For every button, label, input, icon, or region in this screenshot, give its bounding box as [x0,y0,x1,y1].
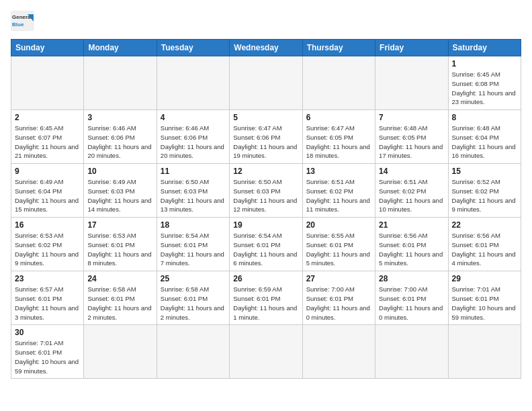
day-info: Sunrise: 6:48 AMSunset: 6:04 PMDaylight:… [452,124,517,161]
svg-text:Blue: Blue [12,21,24,28]
day-info: Sunrise: 7:01 AMSunset: 6:01 PMDaylight:… [15,338,80,375]
day-info: Sunrise: 6:47 AMSunset: 6:05 PMDaylight:… [306,124,371,161]
logo: General Blue [11,11,35,31]
calendar-day-cell: 16Sunrise: 6:53 AMSunset: 6:02 PMDayligh… [11,218,84,271]
day-number: 6 [306,113,371,122]
calendar-day-cell [302,56,375,110]
day-number: 11 [161,167,226,176]
calendar-week-row: 30Sunrise: 7:01 AMSunset: 6:01 PMDayligh… [11,325,521,379]
day-info: Sunrise: 6:55 AMSunset: 6:01 PMDaylight:… [306,231,371,268]
calendar-day-cell [84,56,157,110]
day-number: 15 [452,167,517,176]
day-number: 4 [161,113,226,122]
day-info: Sunrise: 6:46 AMSunset: 6:06 PMDaylight:… [161,124,226,161]
calendar-day-cell: 14Sunrise: 6:51 AMSunset: 6:02 PMDayligh… [375,164,448,218]
day-number: 27 [306,274,371,283]
day-of-week-header: Friday [375,40,448,56]
calendar-day-cell: 26Sunrise: 6:59 AMSunset: 6:01 PMDayligh… [230,271,302,325]
day-info: Sunrise: 7:00 AMSunset: 6:01 PMDaylight:… [379,285,444,322]
day-number: 5 [233,113,298,122]
calendar-day-cell [157,56,229,110]
day-number: 18 [161,220,226,230]
calendar-day-cell: 24Sunrise: 6:58 AMSunset: 6:01 PMDayligh… [84,271,157,325]
day-info: Sunrise: 6:53 AMSunset: 6:02 PMDaylight:… [15,231,80,268]
day-info: Sunrise: 6:54 AMSunset: 6:01 PMDaylight:… [161,231,226,268]
day-info: Sunrise: 6:51 AMSunset: 6:02 PMDaylight:… [306,177,371,214]
calendar-week-row: 2Sunrise: 6:45 AMSunset: 6:07 PMDaylight… [11,110,521,164]
day-number: 9 [15,167,80,176]
day-number: 29 [452,274,517,283]
day-number: 19 [233,220,298,230]
calendar-day-cell: 13Sunrise: 6:51 AMSunset: 6:02 PMDayligh… [302,164,375,218]
calendar-day-cell: 21Sunrise: 6:56 AMSunset: 6:01 PMDayligh… [375,218,448,271]
calendar-day-cell [302,325,375,379]
day-info: Sunrise: 6:56 AMSunset: 6:01 PMDaylight:… [379,231,444,268]
calendar-day-cell: 11Sunrise: 6:50 AMSunset: 6:03 PMDayligh… [157,164,229,218]
calendar-day-cell [448,325,521,379]
day-info: Sunrise: 6:47 AMSunset: 6:06 PMDaylight:… [233,124,298,161]
day-info: Sunrise: 6:51 AMSunset: 6:02 PMDaylight:… [379,177,444,214]
calendar-day-cell [84,325,157,379]
day-number: 22 [452,220,517,230]
calendar-day-cell [157,325,229,379]
day-of-week-header: Monday [84,40,157,56]
day-info: Sunrise: 6:59 AMSunset: 6:01 PMDaylight:… [233,285,298,322]
calendar-day-cell [375,325,448,379]
day-number: 10 [87,167,152,176]
calendar-day-cell: 18Sunrise: 6:54 AMSunset: 6:01 PMDayligh… [157,218,229,271]
calendar-table: SundayMondayTuesdayWednesdayThursdayFrid… [11,39,521,379]
calendar-day-cell: 10Sunrise: 6:49 AMSunset: 6:03 PMDayligh… [84,164,157,218]
day-number: 8 [452,113,517,122]
calendar-day-cell: 6Sunrise: 6:47 AMSunset: 6:05 PMDaylight… [302,110,375,164]
calendar-day-cell [375,56,448,110]
day-info: Sunrise: 6:50 AMSunset: 6:03 PMDaylight:… [161,177,226,214]
day-number: 1 [452,59,517,68]
calendar-day-cell: 1Sunrise: 6:45 AMSunset: 6:08 PMDaylight… [448,56,521,110]
day-info: Sunrise: 6:58 AMSunset: 6:01 PMDaylight:… [87,285,152,322]
day-number: 3 [87,113,152,122]
day-info: Sunrise: 6:49 AMSunset: 6:03 PMDaylight:… [87,177,152,214]
calendar-day-cell: 20Sunrise: 6:55 AMSunset: 6:01 PMDayligh… [302,218,375,271]
day-of-week-header: Tuesday [157,40,229,56]
day-number: 28 [379,274,444,283]
day-of-week-header: Thursday [302,40,375,56]
calendar-day-cell: 29Sunrise: 7:01 AMSunset: 6:01 PMDayligh… [448,271,521,325]
calendar-week-row: 23Sunrise: 6:57 AMSunset: 6:01 PMDayligh… [11,271,521,325]
calendar-day-cell [11,56,84,110]
day-number: 21 [379,220,444,230]
calendar-header-row: SundayMondayTuesdayWednesdayThursdayFrid… [11,40,521,56]
day-of-week-header: Sunday [11,40,84,56]
day-info: Sunrise: 6:54 AMSunset: 6:01 PMDaylight:… [233,231,298,268]
day-info: Sunrise: 6:53 AMSunset: 6:01 PMDaylight:… [87,231,152,268]
calendar-day-cell: 27Sunrise: 7:00 AMSunset: 6:01 PMDayligh… [302,271,375,325]
day-number: 26 [233,274,298,283]
day-number: 16 [15,220,80,230]
day-number: 30 [15,328,80,337]
day-info: Sunrise: 6:46 AMSunset: 6:06 PMDaylight:… [87,124,152,161]
calendar-day-cell [230,325,302,379]
day-info: Sunrise: 6:45 AMSunset: 6:07 PMDaylight:… [15,124,80,161]
day-number: 7 [379,113,444,122]
calendar-day-cell: 5Sunrise: 6:47 AMSunset: 6:06 PMDaylight… [230,110,302,164]
day-info: Sunrise: 6:49 AMSunset: 6:04 PMDaylight:… [15,177,80,214]
calendar-day-cell [230,56,302,110]
day-number: 25 [161,274,226,283]
day-number: 24 [87,274,152,283]
day-info: Sunrise: 7:00 AMSunset: 6:01 PMDaylight:… [306,285,371,322]
day-number: 13 [306,167,371,176]
calendar-week-row: 1Sunrise: 6:45 AMSunset: 6:08 PMDaylight… [11,56,521,110]
day-number: 20 [306,220,371,230]
calendar-day-cell: 19Sunrise: 6:54 AMSunset: 6:01 PMDayligh… [230,218,302,271]
calendar-day-cell: 3Sunrise: 6:46 AMSunset: 6:06 PMDaylight… [84,110,157,164]
calendar-week-row: 9Sunrise: 6:49 AMSunset: 6:04 PMDaylight… [11,164,521,218]
calendar-day-cell: 8Sunrise: 6:48 AMSunset: 6:04 PMDaylight… [448,110,521,164]
calendar-day-cell: 23Sunrise: 6:57 AMSunset: 6:01 PMDayligh… [11,271,84,325]
day-number: 2 [15,113,80,122]
calendar-day-cell: 2Sunrise: 6:45 AMSunset: 6:07 PMDaylight… [11,110,84,164]
logo-icon: General Blue [11,11,35,31]
calendar-day-cell: 22Sunrise: 6:56 AMSunset: 6:01 PMDayligh… [448,218,521,271]
page-header: General Blue [11,11,521,31]
day-info: Sunrise: 6:56 AMSunset: 6:01 PMDaylight:… [452,231,517,268]
calendar-day-cell: 4Sunrise: 6:46 AMSunset: 6:06 PMDaylight… [157,110,229,164]
day-number: 12 [233,167,298,176]
